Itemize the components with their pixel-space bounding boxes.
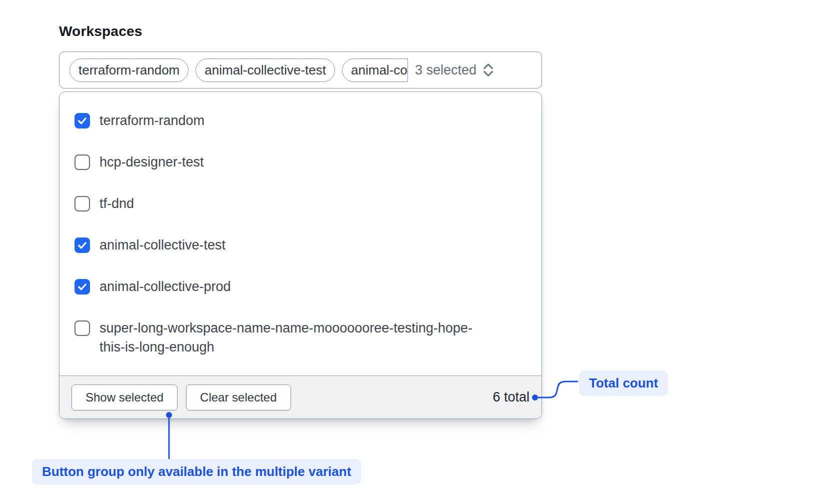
option-label: terraform-random: [100, 111, 204, 130]
option-label: tf-dnd: [100, 194, 134, 213]
checkbox-checked[interactable]: [74, 238, 90, 253]
selected-tags: terraform-randomanimal-collective-testan…: [70, 58, 408, 82]
list-item[interactable]: terraform-random: [60, 100, 542, 142]
page: Workspaces terraform-randomanimal-collec…: [0, 0, 836, 504]
listbox-options: terraform-randomhcp-designer-testtf-dnda…: [60, 92, 542, 376]
option-label: hcp-designer-test: [100, 152, 204, 172]
multiselect-trigger[interactable]: terraform-randomanimal-collective-testan…: [59, 52, 542, 88]
selected-tag: terraform-random: [70, 58, 188, 82]
checkbox-checked[interactable]: [74, 113, 90, 128]
list-item[interactable]: super-long-workspace-name-name-moooooore…: [60, 308, 542, 368]
listbox-footer: Show selected Clear selected 6 total: [60, 376, 542, 418]
field-label: Workspaces: [59, 24, 142, 40]
list-item[interactable]: animal-collective-test: [60, 224, 542, 266]
option-label: animal-collective-prod: [100, 277, 231, 296]
check-icon: [76, 115, 88, 126]
checkbox-unchecked[interactable]: [74, 154, 90, 170]
annotation-button-group: Button group only available in the multi…: [32, 459, 361, 484]
chevrons-up-down-icon: [482, 62, 495, 78]
checkbox-unchecked[interactable]: [74, 320, 90, 336]
checkbox-checked[interactable]: [74, 279, 90, 294]
selected-count: 3 selected: [415, 62, 476, 78]
listbox: terraform-randomhcp-designer-testtf-dnda…: [59, 92, 542, 419]
show-selected-button[interactable]: Show selected: [72, 384, 178, 410]
option-label: animal-collective-test: [100, 236, 226, 254]
selected-tag: animal-collective-test: [196, 58, 335, 82]
annotation-total-count: Total count: [579, 370, 668, 396]
annotation-line-total: [538, 382, 578, 398]
check-icon: [76, 281, 88, 292]
checkbox-unchecked[interactable]: [74, 196, 90, 212]
option-label: super-long-workspace-name-name-moooooore…: [100, 318, 484, 356]
list-item[interactable]: tf-dnd: [60, 183, 542, 224]
check-icon: [76, 240, 88, 251]
selected-tag: animal-collective-prod: [342, 58, 408, 82]
list-item[interactable]: animal-collective-prod: [60, 266, 542, 308]
clear-selected-button[interactable]: Clear selected: [186, 384, 290, 410]
list-item[interactable]: hcp-designer-test: [60, 142, 542, 183]
total-count-text: 6 total: [492, 390, 530, 405]
